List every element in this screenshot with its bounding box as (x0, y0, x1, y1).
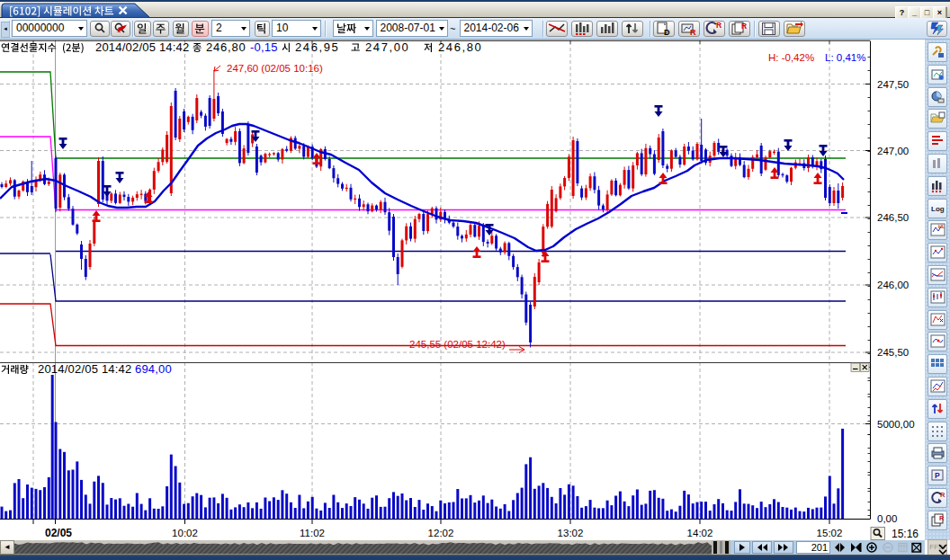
svg-text:246,00: 246,00 (877, 280, 909, 290)
svg-text:247,00: 247,00 (877, 146, 909, 156)
svg-text:R: R (939, 514, 945, 522)
svg-text:02/05: 02/05 (45, 527, 72, 539)
svg-text:247,00: 247,00 (365, 40, 409, 54)
svg-text:247,50: 247,50 (877, 79, 909, 90)
svg-text:R: R (690, 28, 696, 37)
svg-text:Log: Log (931, 205, 945, 213)
svg-text:246,80: 246,80 (206, 40, 246, 54)
svg-text:246,50: 246,50 (877, 212, 909, 223)
svg-text:247,60 (02/05 10:16): 247,60 (02/05 10:16) (227, 63, 323, 74)
svg-text:2014/02/05 14:42: 2014/02/05 14:42 (38, 362, 131, 376)
svg-text:246,95: 246,95 (295, 40, 339, 54)
svg-text:245,55 (02/05 12:42): 245,55 (02/05 12:42) (409, 339, 506, 350)
svg-text:15:16: 15:16 (892, 528, 919, 540)
svg-text:14:02: 14:02 (687, 528, 713, 538)
svg-text:5000,00: 5000,00 (877, 419, 915, 430)
svg-text:L: 0,41%: L: 0,41% (825, 52, 865, 63)
svg-text:11:02: 11:02 (300, 528, 325, 538)
svg-text:12:02: 12:02 (428, 528, 454, 538)
svg-text:0,00: 0,00 (877, 513, 897, 524)
svg-text:2014/02/05 14:42: 2014/02/05 14:42 (95, 40, 189, 54)
svg-text:HL: HL (938, 224, 946, 229)
svg-text:15:02: 15:02 (817, 528, 843, 538)
svg-text:R: R (940, 491, 946, 499)
svg-text:246,80: 246,80 (438, 40, 482, 54)
svg-text:13:02: 13:02 (558, 528, 584, 538)
svg-text:D: D (664, 28, 670, 37)
svg-text:H: -0,42%: H: -0,42% (768, 52, 814, 63)
svg-text:10:02: 10:02 (172, 528, 198, 538)
svg-text:R: R (716, 21, 721, 30)
svg-text:-0,15: -0,15 (250, 40, 278, 54)
svg-text:694,00: 694,00 (135, 362, 172, 376)
svg-text:P: P (935, 471, 940, 480)
svg-text:245,50: 245,50 (877, 347, 909, 358)
svg-text:R: R (741, 22, 747, 31)
